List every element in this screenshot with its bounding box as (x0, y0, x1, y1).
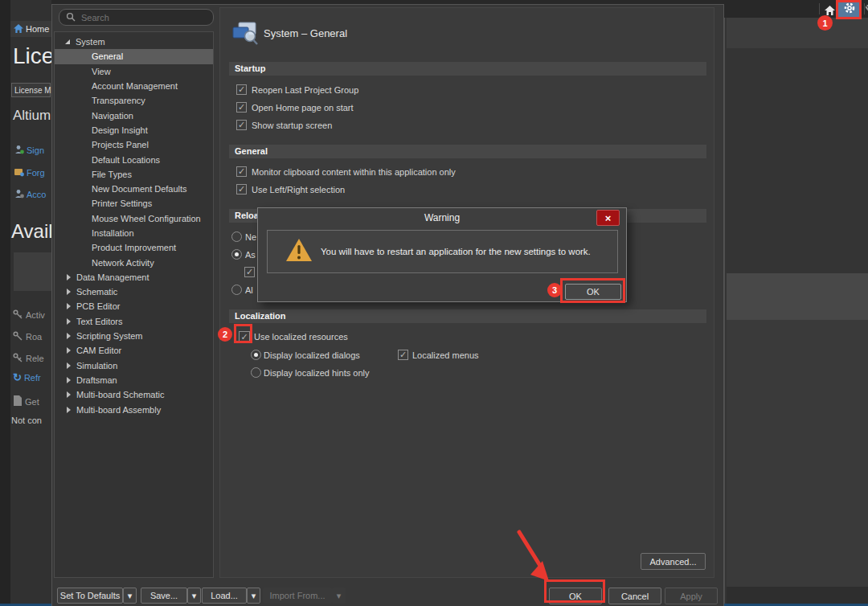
tree-item[interactable]: Account Management (55, 79, 213, 93)
tree-item[interactable]: Draftsman (55, 373, 213, 387)
sign-in-icon (14, 143, 24, 158)
collapsed-icon (67, 303, 71, 309)
collapsed-icon (67, 274, 71, 280)
tree-item[interactable]: Scripting System (55, 329, 213, 343)
import-from-dropdown: ▾ (332, 588, 346, 604)
app-window: Home Lice License M Altium Sign Forg Acc… (0, 0, 868, 606)
checkbox-monitor-clipboard[interactable]: ✓ (236, 166, 247, 177)
load-button[interactable]: Load... (202, 588, 247, 604)
tree-item[interactable]: CAM Editor (55, 343, 213, 358)
search-input[interactable] (80, 12, 203, 23)
collapsed-icon (67, 333, 71, 339)
roam-link[interactable]: Roa (13, 330, 42, 344)
tree-item[interactable]: Text Editors (55, 314, 213, 329)
save-dropdown[interactable]: ▾ (187, 588, 201, 604)
tree-item[interactable]: Transparency (55, 93, 213, 108)
tree-item[interactable]: Data Management (55, 270, 213, 285)
section-header-localization: Localization (229, 309, 706, 323)
checkbox-left-right-selection[interactable]: ✓ (236, 184, 247, 194)
refresh-icon: ↻ (13, 373, 22, 383)
advanced-button[interactable]: Advanced... (641, 553, 706, 570)
checkbox-localized-menus[interactable]: ✓ (398, 350, 408, 360)
tree-item[interactable]: Mouse Wheel Configuration (55, 211, 213, 226)
tree-item[interactable]: Multi-board Assembly (55, 402, 213, 416)
background-band (727, 18, 868, 48)
annotation-badge-3: 3 (547, 283, 562, 297)
save-button[interactable]: Save... (141, 588, 187, 604)
tree-item[interactable]: Simulation (55, 358, 213, 373)
tree-item[interactable]: File Types (55, 167, 213, 182)
get-license-link[interactable]: Get (13, 395, 39, 409)
system-general-icon (232, 22, 258, 49)
tree-item[interactable]: Printer Settings (55, 196, 213, 211)
tree-item[interactable]: View (55, 64, 213, 79)
cancel-button[interactable]: Cancel (608, 588, 661, 604)
tree-item[interactable]: Navigation (55, 108, 213, 122)
checkbox-open-home-page[interactable]: ✓ (236, 102, 247, 113)
checkbox-label: Open Home page on start (252, 103, 354, 113)
sign-in-link[interactable]: Sign (14, 143, 44, 158)
tree-item[interactable]: PCB Editor (55, 299, 213, 313)
load-dropdown[interactable]: ▾ (247, 588, 260, 604)
tree-item[interactable]: Schematic (55, 285, 213, 299)
radio-reload-option-3[interactable] (231, 285, 242, 295)
home-document-tab[interactable]: Home (10, 21, 51, 37)
radio-display-localized-dialogs[interactable] (251, 350, 261, 360)
tree-item[interactable]: New Document Defaults (55, 182, 213, 196)
tree-item[interactable]: Design Insight (55, 123, 213, 137)
tree-item-system[interactable]: System (55, 35, 213, 49)
activate-link[interactable]: Activ (13, 308, 45, 322)
section-header-general: General (229, 145, 706, 158)
radio-reload-option-2[interactable] (231, 249, 242, 260)
annotation-box-gear (836, 0, 862, 19)
background-band (727, 320, 868, 587)
release-link[interactable]: Rele (13, 351, 44, 366)
collapsed-icon (67, 407, 71, 413)
checkbox-label: Show startup screen (252, 121, 332, 130)
page-title: System – General (264, 27, 347, 39)
collapsed-icon (67, 391, 71, 398)
checkbox-label: Use Left/Right selection (252, 185, 345, 194)
checkbox-reopen-last-project-group[interactable]: ✓ (236, 84, 247, 95)
close-button[interactable]: × (596, 210, 620, 226)
tree-item[interactable]: Installation (55, 226, 213, 240)
annotation-box-use-localized (234, 324, 252, 343)
key-icon (13, 351, 23, 366)
import-from-button: Import From... (263, 588, 332, 604)
tree-item-general[interactable]: General (55, 49, 213, 63)
apply-button: Apply (665, 588, 718, 604)
chevron-down-icon: ▾ (192, 591, 197, 601)
collapsed-icon (67, 347, 71, 354)
settings-tree-panel: System General View Account Management T… (54, 31, 214, 578)
tree-item[interactable]: Product Improvement (55, 240, 213, 255)
forgot-password-link[interactable]: Forg (14, 166, 45, 180)
account-icon (14, 187, 24, 202)
collapsed-icon (67, 289, 71, 295)
refresh-link[interactable]: ↻ Refr (13, 373, 41, 383)
expanded-icon (65, 39, 70, 44)
tree-item[interactable]: Multi-board Schematic (55, 387, 213, 402)
section-header-startup: Startup (229, 62, 706, 76)
radio-label: Ne (245, 232, 256, 242)
account-link[interactable]: Acco (14, 187, 46, 202)
checkbox-reload-sub-option[interactable]: ✓ (244, 267, 255, 277)
forgot-password-icon (14, 166, 24, 180)
tree-item[interactable]: Network Activity (55, 255, 213, 269)
toolbar-divider (819, 3, 820, 14)
set-to-defaults-dropdown[interactable]: ▾ (123, 588, 137, 604)
radio-label: Display localized dialogs (264, 350, 360, 360)
chevron-down-icon: ▾ (252, 591, 256, 601)
radio-display-localized-hints[interactable] (251, 367, 261, 378)
background-band (727, 273, 868, 320)
radio-label: Al (245, 285, 253, 295)
tree-item[interactable]: Projects Panel (55, 137, 213, 152)
checkbox-show-startup-screen[interactable]: ✓ (236, 120, 247, 130)
altium-subheading: Altium (13, 108, 51, 124)
set-to-defaults-button[interactable]: Set To Defaults (57, 588, 123, 604)
tree-item[interactable]: Default Locations (55, 152, 213, 166)
annotation-arrow (511, 522, 559, 593)
checkbox-label: Monitor clipboard content within this ap… (252, 167, 456, 177)
license-management-tab[interactable]: License M (11, 83, 51, 97)
radio-reload-option-1[interactable] (231, 231, 242, 242)
close-icon: × (605, 212, 612, 224)
